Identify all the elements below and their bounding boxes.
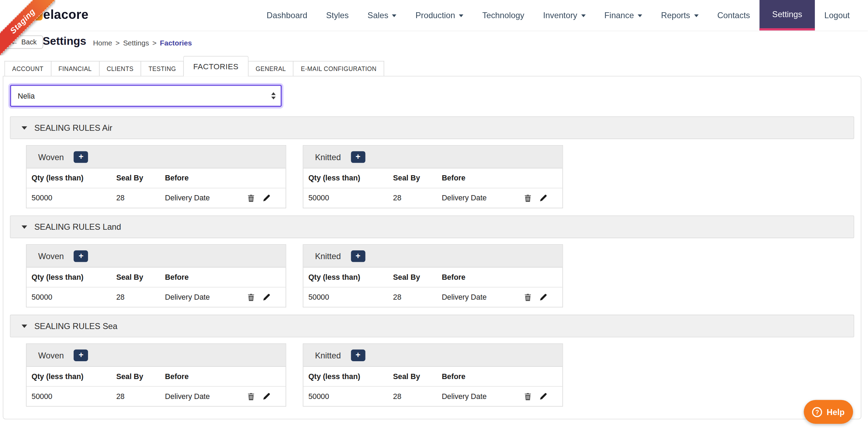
rules-panel-knitted: Knitted + Qty (less than) Seal By Before… xyxy=(303,244,563,308)
nav-item-dashboard[interactable]: Dashboard xyxy=(257,0,317,30)
delete-rule-button[interactable] xyxy=(243,287,258,307)
panel-header: Knitted + xyxy=(303,146,562,169)
collapse-caret-icon xyxy=(22,126,27,129)
tab-general[interactable]: GENERAL xyxy=(248,61,294,76)
add-rule-button[interactable]: + xyxy=(351,250,365,262)
edit-icon xyxy=(539,293,547,301)
factory-select[interactable]: Nelia xyxy=(10,85,282,107)
edit-rule-button[interactable] xyxy=(259,387,274,406)
add-rule-button[interactable]: + xyxy=(74,151,88,163)
col-qty: Qty (less than) xyxy=(308,372,393,381)
delete-rule-button[interactable] xyxy=(520,188,535,208)
tab-factories[interactable]: FACTORIES xyxy=(183,56,248,77)
col-before: Before xyxy=(165,174,243,182)
help-button[interactable]: ? Help xyxy=(804,400,853,424)
nav-item-inventory[interactable]: Inventory xyxy=(534,0,595,30)
cell-qty: 50000 xyxy=(308,194,393,202)
nav-item-settings[interactable]: Settings xyxy=(759,0,815,30)
edit-icon xyxy=(539,392,547,400)
table-header-row: Qty (less than) Seal By Before xyxy=(27,367,285,387)
add-rule-button[interactable]: + xyxy=(74,250,88,262)
cell-before: Delivery Date xyxy=(165,392,243,401)
section-sealing-rules-land: SEALING RULES Land Woven + Qty (less tha… xyxy=(10,215,854,307)
panel-title: Knitted xyxy=(315,251,341,261)
plus-icon: + xyxy=(356,251,361,260)
edit-icon xyxy=(262,392,270,400)
tab-account[interactable]: ACCOUNT xyxy=(5,61,51,76)
nav-item-sales[interactable]: Sales xyxy=(358,0,406,30)
edit-rule-button[interactable] xyxy=(535,387,551,406)
tab-financial[interactable]: FINANCIAL xyxy=(51,61,100,76)
cell-seal-by: 28 xyxy=(393,293,442,301)
nav-item-finance[interactable]: Finance xyxy=(595,0,652,30)
panel-header: Woven + xyxy=(27,245,285,268)
col-before: Before xyxy=(165,372,243,381)
add-rule-button[interactable]: + xyxy=(351,349,365,361)
question-mark-icon: ? xyxy=(812,407,822,417)
cell-qty: 50000 xyxy=(31,392,116,401)
edit-rule-button[interactable] xyxy=(259,287,274,307)
nav-item-production[interactable]: Production xyxy=(406,0,473,30)
col-qty: Qty (less than) xyxy=(31,273,116,281)
delete-rule-button[interactable] xyxy=(520,387,535,406)
breadcrumb: Home > Settings > Factories xyxy=(93,39,192,47)
staging-ribbon: Staging xyxy=(0,0,55,55)
nav-item-technology[interactable]: Technology xyxy=(473,0,534,30)
breadcrumb-settings[interactable]: Settings xyxy=(123,39,149,47)
edit-icon xyxy=(539,194,547,202)
chevron-down-icon xyxy=(459,14,464,17)
tab-clients[interactable]: CLIENTS xyxy=(99,61,141,76)
panel-title: Knitted xyxy=(315,152,341,162)
edit-rule-button[interactable] xyxy=(535,287,551,307)
section-header[interactable]: SEALING RULES Land xyxy=(10,215,854,238)
cell-seal-by: 28 xyxy=(393,392,442,401)
col-qty: Qty (less than) xyxy=(308,174,393,182)
col-before: Before xyxy=(165,273,243,281)
nav-item-logout[interactable]: Logout xyxy=(815,0,859,30)
col-before: Before xyxy=(442,273,520,281)
cell-before: Delivery Date xyxy=(165,293,243,301)
edit-icon xyxy=(262,293,270,301)
table-row: 50000 28 Delivery Date xyxy=(303,387,562,406)
cell-before: Delivery Date xyxy=(442,392,520,401)
breadcrumb-separator: > xyxy=(152,39,157,47)
table-row: 50000 28 Delivery Date xyxy=(27,287,285,307)
section-title: SEALING RULES Sea xyxy=(34,321,117,331)
select-arrows-icon xyxy=(271,92,276,100)
section-title: SEALING RULES Air xyxy=(34,123,112,133)
delete-rule-button[interactable] xyxy=(520,287,535,307)
delete-rule-button[interactable] xyxy=(243,188,258,208)
edit-rule-button[interactable] xyxy=(259,188,274,208)
add-rule-button[interactable]: + xyxy=(351,151,365,163)
panel-header: Woven + xyxy=(27,146,285,169)
table-header-row: Qty (less than) Seal By Before xyxy=(303,169,562,188)
col-seal-by: Seal By xyxy=(116,174,165,182)
rules-panel-woven: Woven + Qty (less than) Seal By Before 5… xyxy=(26,145,286,208)
table-row: 50000 28 Delivery Date xyxy=(27,188,285,208)
panel-header: Woven + xyxy=(27,344,285,367)
col-seal-by: Seal By xyxy=(393,273,442,281)
nav-item-styles[interactable]: Styles xyxy=(317,0,358,30)
tab-email-configuration[interactable]: E-MAIL CONFIGURATION xyxy=(293,61,384,76)
table-row: 50000 28 Delivery Date xyxy=(303,188,562,208)
nav-item-reports[interactable]: Reports xyxy=(652,0,708,30)
add-rule-button[interactable]: + xyxy=(74,349,88,361)
table-header-row: Qty (less than) Seal By Before xyxy=(27,268,285,287)
trash-icon xyxy=(524,194,531,202)
delete-rule-button[interactable] xyxy=(243,387,258,406)
section-header[interactable]: SEALING RULES Air xyxy=(10,116,854,139)
col-seal-by: Seal By xyxy=(393,174,442,182)
section-header[interactable]: SEALING RULES Sea xyxy=(10,315,854,337)
nav-item-contacts[interactable]: Contacts xyxy=(708,0,760,30)
factories-tab-panel: Nelia SEALING RULES Air Woven + Qty (les… xyxy=(3,76,861,419)
staging-ribbon-label: Staging xyxy=(0,0,55,55)
panel-title: Woven xyxy=(38,251,64,261)
panel-header: Knitted + xyxy=(303,245,562,268)
trash-icon xyxy=(247,293,254,301)
cell-qty: 50000 xyxy=(308,392,393,401)
edit-rule-button[interactable] xyxy=(535,188,551,208)
tab-testing[interactable]: TESTING xyxy=(141,61,184,76)
rules-panel-knitted: Knitted + Qty (less than) Seal By Before… xyxy=(303,343,563,407)
breadcrumb-home[interactable]: Home xyxy=(93,39,112,47)
plus-icon: + xyxy=(356,351,361,359)
